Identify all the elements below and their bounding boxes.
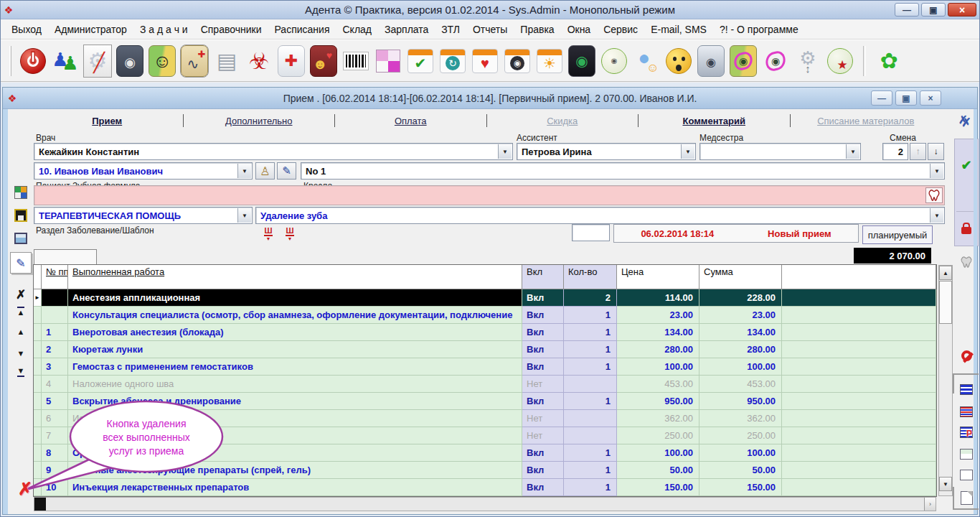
tooth-extract-button[interactable] [956, 253, 977, 271]
patient-select[interactable]: 10. Иванов Иван Иванович [34, 162, 253, 180]
sync-gear-icon[interactable]: ⚙↕ [794, 45, 821, 77]
list-red-blue-button[interactable] [956, 402, 977, 421]
medical-record-icon[interactable]: ∿✚ [181, 45, 208, 77]
lock-button[interactable] [956, 219, 977, 238]
shift-field[interactable]: 2 [882, 143, 908, 160]
menu-item-1[interactable]: Администратор [48, 24, 133, 35]
save-button[interactable] [10, 206, 32, 225]
menu-item-8[interactable]: Отчеты [466, 24, 514, 35]
menu-item-5[interactable]: Склад [336, 24, 378, 35]
section-dropdown-icon[interactable] [237, 208, 251, 223]
table-row-1[interactable]: Консультация специалиста (осмотр, сбор а… [34, 307, 936, 324]
section-select[interactable]: ТЕРАПЕВТИЧЕСКАЯ ПОМОЩЬ [34, 207, 253, 224]
tab-3[interactable]: Скидка [487, 116, 639, 126]
nurse-select[interactable] [699, 143, 861, 160]
maximize-button[interactable]: ▣ [921, 3, 946, 17]
table-row-4[interactable]: 3Гемостаз с применением гемостатиковВкл1… [34, 358, 936, 376]
header-qty[interactable]: Кол-во [564, 265, 617, 289]
document-corner-button[interactable] [956, 488, 977, 507]
table-row-8[interactable]: 7Перевязка с промыванием раныНет250.0025… [34, 427, 936, 444]
eye-frame-icon[interactable]: ◉ [730, 45, 757, 77]
calendar-clock-icon[interactable]: ◉ [504, 49, 530, 73]
biohazard-icon[interactable]: ☣ [245, 45, 273, 77]
horizontal-scrollbar[interactable]: › [34, 497, 936, 511]
icq-flower-icon[interactable]: ✿ [875, 45, 903, 77]
menu-item-13[interactable]: ?! - О программе [713, 24, 805, 35]
delete-all-services-button[interactable] [14, 479, 36, 499]
close-panel-button[interactable] [956, 113, 977, 131]
doctor-dropdown-icon[interactable] [498, 144, 512, 159]
template-insert-all-icon[interactable] [283, 227, 297, 241]
doc-maximize-button[interactable]: ▣ [895, 90, 917, 106]
tab-4[interactable]: Комментарий [639, 116, 790, 126]
patient-card-button[interactable] [255, 162, 275, 180]
surprised-face-icon[interactable] [666, 48, 692, 74]
move-up-button[interactable]: ▲ [10, 322, 32, 341]
split-cell-button[interactable] [956, 444, 977, 463]
assistant-select[interactable]: Петрова Ирина [517, 143, 696, 160]
close-button[interactable]: × [948, 3, 976, 17]
table-row-6[interactable]: 5Вскрытие абсцесса и дренированиеВкл1950… [34, 393, 936, 410]
chair-dropdown-icon[interactable] [930, 164, 943, 178]
video-folder-icon[interactable]: ◉ [116, 45, 143, 77]
menu-item-2[interactable]: З а д а ч и [133, 24, 194, 35]
confirm-button[interactable] [956, 156, 977, 174]
tab-1[interactable]: Дополнительно [184, 116, 335, 126]
patient-dropdown-icon[interactable] [237, 164, 251, 178]
love-face-icon[interactable]: ☻♥ [310, 45, 337, 77]
shift-down-button[interactable] [928, 143, 944, 160]
header-num[interactable]: № пп [42, 265, 68, 289]
disease-select[interactable]: Удаление зуба [255, 207, 945, 224]
tab-5[interactable]: Списание материалов [791, 116, 942, 126]
scroll-down-icon[interactable]: ▼ [939, 477, 952, 491]
chat-icon[interactable]: ●☺ [633, 45, 660, 77]
move-down-button[interactable]: ▼ [10, 344, 32, 363]
doc-close-button[interactable]: × [920, 90, 941, 106]
delete-row-button[interactable] [10, 285, 32, 304]
alarm-clock-icon[interactable]: ◉ [601, 48, 627, 74]
planned-button[interactable]: планируемый [862, 225, 933, 244]
menu-item-0[interactable]: Выход [5, 24, 48, 35]
table-row-10[interactable]: 9Местные анестезирующие препараты (спрей… [34, 462, 936, 479]
users-icon[interactable]: ♟♟ [52, 45, 79, 77]
header-sum[interactable]: Сумма [699, 265, 782, 289]
menu-item-10[interactable]: Окна [561, 24, 598, 35]
tab-priem[interactable]: Прием [32, 116, 183, 126]
finder-face-icon[interactable]: ☺ [149, 45, 176, 77]
header-work[interactable]: Выполненная работа [68, 265, 522, 289]
minimize-button[interactable]: — [895, 3, 919, 17]
table-row-2[interactable]: 1Внеротовая анестезия (блокада)Вкл1134.0… [34, 324, 936, 341]
table-row-3[interactable]: 2Кюретаж лункиВкл1280.00280.00 [34, 341, 936, 358]
eye-icon[interactable]: ◉ [762, 45, 789, 77]
list-blue-button[interactable] [956, 380, 977, 399]
doctor-select[interactable]: Кежайкин Константин [34, 143, 513, 160]
tooth-chart-button[interactable] [10, 183, 32, 202]
move-bottom-button[interactable]: ▼ [10, 363, 32, 381]
scroll-up-icon[interactable]: ▲ [939, 266, 952, 280]
firstaid-kit-icon[interactable]: ✚ [278, 45, 305, 77]
disease-dropdown-icon[interactable] [930, 208, 943, 223]
list-p-button[interactable] [956, 423, 977, 442]
window-view-button[interactable] [10, 229, 32, 248]
menu-item-12[interactable]: E-mail, SMS [644, 24, 713, 35]
tab-2[interactable]: Оплата [335, 116, 486, 126]
template-insert-icon[interactable] [261, 227, 275, 241]
header-on[interactable]: Вкл [522, 265, 564, 289]
shift-up-button[interactable] [910, 143, 926, 160]
table-row-11[interactable]: 10Инъекция лекарственных препаратовВкл11… [34, 479, 936, 496]
menu-item-6[interactable]: Зарплата [378, 24, 435, 35]
header-price[interactable]: Цена [617, 265, 699, 289]
doc-minimize-button[interactable]: — [871, 90, 892, 106]
chair-select[interactable]: No 1 [301, 162, 945, 180]
power-icon[interactable] [20, 48, 46, 74]
barcode-icon[interactable] [344, 52, 368, 70]
assistant-dropdown-icon[interactable] [681, 144, 694, 159]
table-row-0[interactable]: Анестезия аппликационнаяВкл2114.00228.00 [34, 289, 936, 307]
tv-globe-icon[interactable]: ◉ [568, 45, 595, 77]
menu-item-9[interactable]: Правка [514, 24, 560, 35]
nurse-dropdown-icon[interactable] [846, 144, 859, 159]
table-row-7[interactable]: 6Иссечение капюшонаНет362.00362.00 [34, 410, 936, 427]
patient-notes-button[interactable] [277, 162, 296, 180]
menu-item-7[interactable]: ЗТЛ [435, 24, 466, 35]
vertical-scroll-thumb[interactable] [939, 281, 952, 324]
